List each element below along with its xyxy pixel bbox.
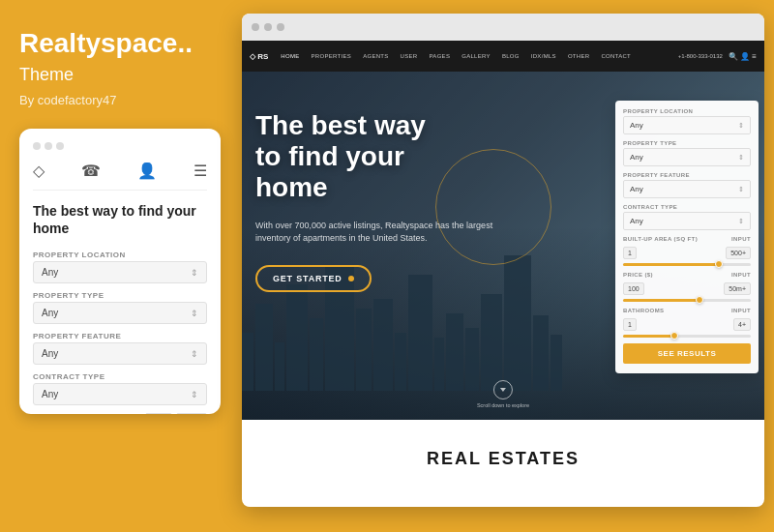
- scroll-arrow-icon: [500, 388, 506, 392]
- sp-feature-select[interactable]: Any ⇕: [623, 180, 751, 198]
- sp-area-min: 1: [623, 247, 637, 259]
- site-nav-icons: 🔍 👤 ≡: [729, 52, 757, 61]
- sp-price-input-label: INPUT: [731, 272, 751, 278]
- sp-price-label: PRICE ($): [623, 272, 653, 278]
- select-arrow-icon-3: ⇕: [191, 349, 198, 359]
- sp-type-label: PROPERTY TYPE: [623, 140, 751, 146]
- sp-bathrooms-input-label: INPUT: [731, 308, 751, 313]
- sp-contract-select[interactable]: Any ⇕: [623, 212, 751, 230]
- mobile-type-label: PROPERTY TYPE: [33, 291, 207, 300]
- mobile-hero-heading: The best way to find your home: [33, 202, 207, 237]
- site-phone: +1-800-333-0132: [678, 53, 723, 59]
- sp-contract-group: CONTRACT TYPE Any ⇕: [623, 204, 751, 230]
- scroll-indicator: Scroll down to explore: [477, 380, 529, 408]
- cta-dot-icon: [348, 276, 354, 281]
- mobile-phone-icon: ☎: [81, 162, 101, 180]
- mobile-area-min: 1: [145, 413, 172, 414]
- bottom-title: REAL ESTATES: [427, 449, 580, 469]
- nav-item-pages[interactable]: PAGES: [426, 53, 453, 59]
- see-results-button[interactable]: SEE RESULTS: [623, 343, 751, 364]
- hero-section: The best wayto find yourhome With over 7…: [242, 72, 764, 420]
- mobile-contract-label: CONTRACT TYPE: [33, 372, 207, 381]
- scroll-text: Scroll down to explore: [477, 402, 529, 408]
- mobile-feature-select[interactable]: Any ⇕: [33, 342, 207, 365]
- theme-subtitle: Theme: [19, 65, 213, 85]
- browser-bar: [242, 14, 764, 41]
- mobile-preview-card: ◇ ☎ 👤 ☰ The best way to find your home P…: [19, 129, 221, 414]
- dot-2: [45, 142, 52, 150]
- hero-cta-button[interactable]: GET STARTED: [255, 265, 372, 292]
- hero-heading: The best wayto find yourhome: [255, 110, 571, 204]
- mobile-menu-icon: ☰: [194, 162, 207, 180]
- sp-area-track: [623, 263, 751, 266]
- nav-item-agents[interactable]: AGENTS: [360, 53, 391, 59]
- browser-dot-1: [252, 23, 259, 31]
- sp-arrow-1: ⇕: [738, 122, 744, 130]
- browser-mockup: ◇ RS HOME PROPERTIES AGENTS USER PAGES G…: [242, 14, 764, 507]
- sp-arrow-2: ⇕: [738, 154, 744, 162]
- sp-price-group: PRICE ($) INPUT 100 50m+: [623, 272, 751, 302]
- mobile-area-header: BUILT-UP AREA (SQ FT) 1 500+: [33, 413, 207, 414]
- nav-item-idx[interactable]: IDX/MLS: [528, 53, 559, 59]
- sp-feature-group: PROPERTY FEATURE Any ⇕: [623, 172, 751, 198]
- sp-location-select[interactable]: Any ⇕: [623, 116, 751, 134]
- scroll-circle: [493, 380, 513, 399]
- browser-dot-3: [277, 23, 284, 31]
- mobile-type-select[interactable]: Any ⇕: [33, 302, 207, 324]
- sp-price-min: 100: [623, 282, 644, 295]
- nav-item-blog[interactable]: BLOG: [499, 53, 522, 59]
- sp-location-group: PROPERTY LOCATION Any ⇕: [623, 108, 751, 134]
- nav-item-properties[interactable]: PROPERTIES: [309, 53, 355, 59]
- mobile-feature-label: PROPERTY FEATURE: [33, 332, 207, 340]
- theme-author: By codefactory47: [19, 93, 213, 107]
- site-nav: ◇ RS HOME PROPERTIES AGENTS USER PAGES G…: [242, 41, 764, 72]
- sp-location-label: PROPERTY LOCATION: [623, 108, 751, 114]
- search-panel: PROPERTY LOCATION Any ⇕ PROPERTY TYPE An…: [615, 101, 759, 373]
- mobile-contract-select[interactable]: Any ⇕: [33, 383, 207, 405]
- mobile-logo-icon: ◇: [33, 162, 45, 180]
- nav-item-gallery[interactable]: GALLERY: [459, 53, 493, 59]
- sp-feature-label: PROPERTY FEATURE: [623, 172, 751, 178]
- mobile-contract-group: CONTRACT TYPE Any ⇕: [33, 372, 207, 405]
- hero-subtext: With over 700,000 active listings, Realt…: [255, 220, 507, 246]
- site-nav-logo: ◇ RS: [250, 52, 268, 61]
- nav-item-home[interactable]: HOME: [278, 53, 302, 59]
- cta-label: GET STARTED: [273, 274, 342, 283]
- select-arrow-icon-4: ⇕: [191, 390, 198, 399]
- dot-3: [56, 142, 64, 150]
- nav-item-other[interactable]: OTHER: [565, 53, 593, 59]
- sp-arrow-4: ⇕: [738, 218, 744, 225]
- sp-bath-handle[interactable]: [670, 332, 678, 340]
- select-arrow-icon-2: ⇕: [191, 309, 198, 318]
- sp-area-fill: [623, 263, 719, 266]
- sp-area-max: 500+: [726, 247, 751, 259]
- mobile-location-group: PROPERTY LOCATION Any ⇕: [33, 251, 207, 283]
- sp-type-select[interactable]: Any ⇕: [623, 148, 751, 166]
- sp-area-input-label: INPUT: [731, 236, 751, 242]
- left-panel: Realtyspace.. Theme By codefactory47 ◇ ☎…: [0, 0, 232, 532]
- sp-bathrooms-header: BATHROOMS INPUT: [623, 308, 751, 315]
- mobile-type-group: PROPERTY TYPE Any ⇕: [33, 291, 207, 324]
- nav-item-user[interactable]: USER: [398, 53, 421, 59]
- sp-bath-min: 1: [623, 318, 637, 331]
- mobile-user-icon: 👤: [137, 162, 157, 180]
- browser-dot-2: [264, 23, 272, 31]
- sp-price-fill: [623, 299, 700, 302]
- sp-bath-fill: [623, 335, 674, 338]
- dot-1: [33, 142, 41, 150]
- sp-price-track: [623, 299, 751, 302]
- site-bottom: REAL ESTATES: [242, 420, 764, 497]
- sp-price-handle[interactable]: [696, 296, 703, 304]
- nav-item-contact[interactable]: CONTACT: [598, 53, 634, 59]
- sp-bath-track: [623, 335, 751, 338]
- mobile-area-max: 500+: [176, 413, 207, 414]
- sp-area-label: BUILT-UP AREA (SQ FT): [623, 236, 698, 242]
- sp-bath-max: 4+: [733, 318, 751, 331]
- mobile-location-select[interactable]: Any ⇕: [33, 261, 207, 283]
- sp-arrow-3: ⇕: [738, 186, 744, 193]
- sp-contract-label: CONTRACT TYPE: [623, 204, 751, 210]
- sp-bathrooms-label: BATHROOMS: [623, 308, 665, 313]
- sp-price-header: PRICE ($) INPUT: [623, 272, 751, 280]
- sp-area-handle[interactable]: [715, 260, 723, 268]
- theme-title: Realtyspace..: [19, 29, 213, 59]
